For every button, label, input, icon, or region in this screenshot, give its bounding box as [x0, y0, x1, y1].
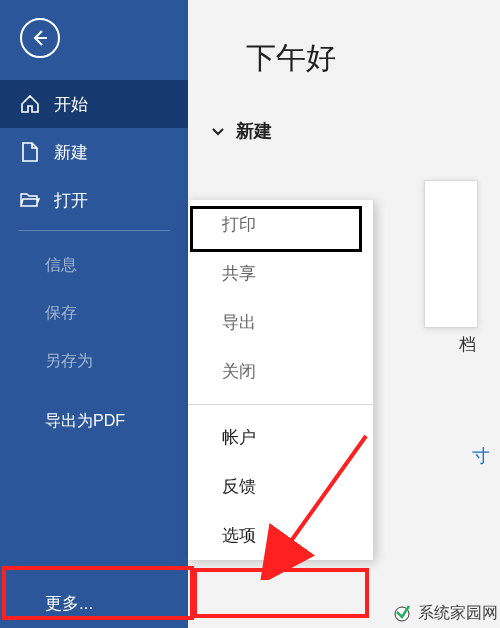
sidebar-label-saveas: 另存为: [45, 351, 93, 372]
truncated-text: 寸: [472, 444, 490, 468]
new-doc-icon: [18, 142, 42, 162]
doc-template-caption: 档: [459, 333, 476, 356]
sidebar-divider-bottom: [18, 567, 170, 568]
panel-item-feedback[interactable]: 反馈: [188, 462, 373, 511]
panel-divider: [188, 404, 373, 405]
sidebar-item-open[interactable]: 打开: [0, 176, 188, 224]
sidebar-item-info[interactable]: 信息: [0, 241, 188, 289]
sidebar-item-new[interactable]: 新建: [0, 128, 188, 176]
panel-item-close[interactable]: 关闭: [188, 347, 373, 396]
sidebar-label-info: 信息: [45, 255, 77, 276]
sidebar-label-exportpdf: 导出为PDF: [45, 411, 125, 432]
sidebar-item-home[interactable]: 开始: [0, 80, 188, 128]
sidebar-divider: [18, 230, 170, 231]
doc-template-preview[interactable]: [424, 180, 478, 328]
sidebar-label-more: 更多...: [45, 592, 93, 615]
sidebar-item-more[interactable]: 更多...: [0, 578, 188, 628]
back-button[interactable]: [20, 18, 60, 58]
sidebar-label-open: 打开: [54, 189, 88, 212]
open-folder-icon: [18, 192, 42, 208]
sidebar-item-save[interactable]: 保存: [0, 289, 188, 337]
sidebar-label-home: 开始: [54, 93, 88, 116]
panel-item-share[interactable]: 共享: [188, 249, 373, 298]
back-arrow-icon: [30, 28, 50, 48]
section-new-header[interactable]: 新建: [188, 79, 500, 143]
backstage-sidebar: 开始 新建 打开 信息 保存 另存为 导出为PDF 更多...: [0, 0, 188, 628]
home-icon: [18, 95, 42, 113]
sidebar-item-saveas[interactable]: 另存为: [0, 337, 188, 385]
more-menu-panel: 打印 共享 导出 关闭 帐户 反馈 选项: [188, 200, 374, 560]
panel-item-print[interactable]: 打印: [188, 200, 373, 249]
sidebar-label-save: 保存: [45, 303, 77, 324]
chevron-down-icon: [210, 123, 226, 139]
panel-item-options[interactable]: 选项: [188, 511, 373, 560]
panel-item-export[interactable]: 导出: [188, 298, 373, 347]
panel-item-account[interactable]: 帐户: [188, 413, 373, 462]
section-new-label: 新建: [236, 119, 272, 143]
sidebar-item-exportpdf[interactable]: 导出为PDF: [0, 397, 188, 445]
sidebar-label-new: 新建: [54, 141, 88, 164]
page-title: 下午好: [188, 0, 500, 79]
